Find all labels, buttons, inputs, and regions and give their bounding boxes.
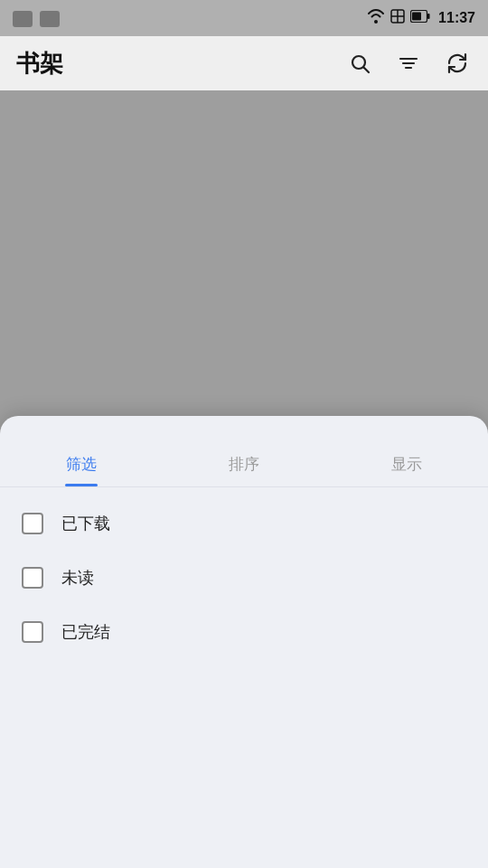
filter-label-completed: 已完结: [61, 621, 110, 643]
tab-bar: 筛选 排序 显示: [0, 441, 488, 487]
search-button[interactable]: [345, 49, 374, 78]
refresh-icon: [446, 52, 468, 74]
app-bar-icons: [345, 49, 472, 78]
status-bar: 11:37: [0, 0, 488, 36]
notif-icon-2: [40, 11, 60, 27]
tab-display[interactable]: 显示: [325, 441, 488, 486]
signal-icon: [389, 8, 406, 28]
bottom-sheet: 筛选 排序 显示 已下载 未读 已完结: [0, 416, 488, 868]
tab-sort[interactable]: 排序: [163, 441, 325, 486]
checkbox-completed[interactable]: [22, 621, 43, 643]
checkbox-downloaded[interactable]: [22, 513, 43, 534]
drag-area: [0, 416, 488, 441]
svg-rect-5: [412, 13, 421, 21]
tab-underline-filter: [65, 484, 98, 486]
notif-icon-1: [13, 11, 33, 27]
status-icons: 11:37: [367, 8, 475, 28]
filter-list: 已下载 未读 已完结: [0, 487, 488, 668]
checkbox-unread[interactable]: [22, 567, 43, 589]
svg-rect-4: [427, 14, 430, 19]
status-time: 11:37: [438, 10, 475, 26]
filter-label-unread: 未读: [61, 567, 94, 589]
filter-item-downloaded[interactable]: 已下载: [0, 496, 488, 551]
search-icon: [349, 52, 371, 74]
page-title: 书架: [16, 48, 345, 80]
filter-item-completed[interactable]: 已完结: [0, 605, 488, 659]
main-content: [0, 90, 488, 470]
notification-icons: [13, 9, 60, 27]
svg-line-7: [364, 68, 370, 73]
battery-icon: [410, 10, 430, 26]
filter-button[interactable]: [394, 49, 423, 78]
filter-label-downloaded: 已下载: [61, 513, 110, 534]
filter-item-unread[interactable]: 未读: [0, 551, 488, 605]
app-bar: 书架: [0, 36, 488, 90]
refresh-button[interactable]: [443, 49, 472, 78]
filter-icon: [398, 52, 419, 74]
wifi-icon: [367, 9, 385, 27]
tab-filter[interactable]: 筛选: [0, 441, 163, 486]
